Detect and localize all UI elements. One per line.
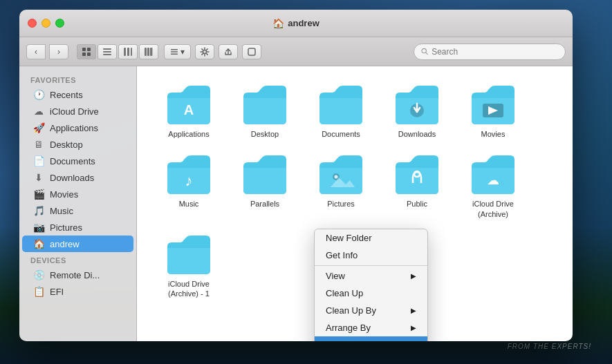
action-button[interactable] — [195, 44, 214, 59]
downloads-icon: ⬇ — [33, 172, 44, 183]
search-input[interactable] — [432, 47, 558, 57]
ctx-new-folder[interactable]: New Folder — [315, 229, 427, 247]
movies-folder-icon — [469, 84, 517, 126]
movies-icon: 🎬 — [33, 189, 44, 200]
close-button[interactable] — [28, 19, 37, 28]
applications-file-label: Applications — [168, 129, 209, 139]
sidebar-item-downloads-label: Downloads — [50, 173, 94, 183]
sidebar: Favorites 🕐 Recents ☁ iCloud Drive 🚀 App… — [19, 66, 137, 341]
svg-rect-5 — [103, 51, 111, 52]
sidebar-item-pictures-label: Pictures — [50, 222, 82, 233]
documents-file-label: Documents — [322, 129, 360, 139]
maximize-button[interactable] — [55, 19, 64, 28]
sidebar-item-documents[interactable]: 📄 Documents — [22, 153, 133, 169]
toolbar: ‹ › — [19, 37, 573, 66]
sidebar-item-movies[interactable]: 🎬 Movies — [22, 186, 133, 202]
sidebar-item-andrew[interactable]: 🏠 andrew — [22, 236, 133, 252]
view-buttons — [77, 44, 158, 59]
cover-view-icon — [144, 47, 154, 57]
file-item-desktop[interactable]: Desktop — [227, 80, 303, 143]
svg-line-29 — [426, 52, 427, 54]
sidebar-item-recents[interactable]: 🕐 Recents — [22, 86, 133, 103]
minimize-button[interactable] — [41, 19, 50, 28]
parallels-folder-icon — [241, 154, 289, 195]
file-item-icloud-archive[interactable]: ☁ iCloud Drive(Archive) — [455, 150, 531, 223]
ctx-clean-up[interactable]: Clean Up — [315, 285, 427, 302]
file-item-public[interactable]: Public — [379, 150, 455, 223]
svg-rect-15 — [171, 51, 178, 52]
svg-rect-8 — [127, 48, 129, 56]
ctx-new-folder-label: New Folder — [326, 233, 371, 243]
sidebar-item-recents-label: Recents — [50, 90, 83, 100]
ctx-view-arrow: ▶ — [411, 272, 416, 280]
view-icon-button[interactable] — [77, 44, 96, 59]
sidebar-item-efi[interactable]: 📋 EFI — [22, 283, 133, 300]
svg-rect-6 — [103, 54, 111, 55]
forward-button[interactable]: › — [49, 44, 68, 59]
file-item-downloads[interactable]: Downloads — [379, 80, 455, 143]
ctx-separator-1 — [315, 265, 427, 266]
file-item-music[interactable]: ♪ Music — [151, 150, 227, 223]
context-menu: New Folder Get Info View ▶ Clean Up Clea… — [314, 229, 428, 341]
svg-rect-1 — [87, 48, 91, 51]
remote-disc-icon: 💿 — [33, 269, 44, 280]
movies-file-label: Movies — [481, 129, 506, 139]
finder-window: 🏠 andrew ‹ › — [19, 10, 573, 341]
back-button[interactable]: ‹ — [26, 44, 46, 59]
svg-rect-2 — [82, 52, 86, 56]
svg-rect-10 — [145, 48, 147, 56]
view-columns-button[interactable] — [118, 44, 138, 59]
file-item-icloud-archive-1[interactable]: iCloud Drive(Archive) - 1 — [151, 230, 227, 303]
pictures-file-label: Pictures — [327, 199, 355, 209]
ctx-show-view-options[interactable]: Show View Options — [315, 336, 427, 341]
sidebar-item-documents-label: Documents — [50, 156, 95, 166]
sidebar-item-remote-disc[interactable]: 💿 Remote Di... — [22, 267, 133, 283]
search-bar[interactable] — [414, 44, 566, 60]
svg-rect-27 — [248, 48, 255, 55]
andrew-home-icon: 🏠 — [33, 238, 44, 249]
sidebar-item-applications[interactable]: 🚀 Applications — [22, 119, 133, 136]
file-item-pictures[interactable]: Pictures — [303, 150, 379, 223]
share-button[interactable] — [219, 44, 238, 59]
traffic-lights — [28, 19, 64, 28]
ctx-view[interactable]: View ▶ — [315, 267, 427, 285]
arrange-button[interactable]: ▾ — [164, 44, 191, 59]
search-icon — [421, 48, 428, 55]
sidebar-item-pictures[interactable]: 📷 Pictures — [22, 219, 133, 236]
icloud-archive-folder-icon: ☁ — [469, 154, 517, 195]
sidebar-item-icloud-drive[interactable]: ☁ iCloud Drive — [22, 103, 133, 119]
svg-rect-3 — [87, 52, 91, 56]
public-folder-icon — [393, 154, 441, 195]
ctx-get-info[interactable]: Get Info — [315, 247, 427, 264]
svg-point-37 — [335, 175, 338, 179]
main-area: Favorites 🕐 Recents ☁ iCloud Drive 🚀 App… — [19, 66, 573, 341]
gear-icon — [200, 47, 210, 57]
public-file-label: Public — [407, 199, 427, 209]
view-cover-button[interactable] — [139, 44, 158, 59]
columns-view-icon — [123, 47, 133, 57]
arrange-arrow: ▾ — [180, 47, 185, 57]
icloud-drive-icon: ☁ — [33, 106, 44, 117]
file-item-parallels[interactable]: Parallels — [227, 150, 303, 223]
sidebar-item-remote-disc-label: Remote Di... — [50, 270, 100, 280]
ctx-arrange-by-label: Arrange By — [326, 323, 371, 333]
sidebar-item-icloud-label: iCloud Drive — [50, 106, 99, 117]
view-list-button[interactable] — [98, 44, 117, 59]
file-item-documents[interactable]: Documents — [303, 80, 379, 143]
ctx-clean-up-by[interactable]: Clean Up By ▶ — [315, 302, 427, 319]
sidebar-item-downloads[interactable]: ⬇ Downloads — [22, 169, 133, 186]
svg-rect-13 — [152, 48, 153, 56]
file-item-applications[interactable]: A Applications — [151, 80, 227, 143]
ctx-clean-up-by-label: Clean Up By — [326, 305, 376, 316]
sidebar-item-music[interactable]: 🎵 Music — [22, 202, 133, 219]
tag-button[interactable] — [242, 44, 261, 59]
pictures-folder-icon — [317, 154, 365, 195]
ctx-arrange-by[interactable]: Arrange By ▶ — [315, 319, 427, 336]
file-item-movies[interactable]: Movies — [455, 80, 531, 143]
sidebar-item-desktop[interactable]: 🖥 Desktop — [22, 136, 133, 153]
efi-icon: 📋 — [33, 286, 44, 297]
icloud-archive-file-label: iCloud Drive(Archive) — [472, 199, 514, 219]
sidebar-item-applications-label: Applications — [50, 123, 98, 133]
svg-point-17 — [203, 50, 207, 53]
svg-point-28 — [422, 48, 426, 52]
